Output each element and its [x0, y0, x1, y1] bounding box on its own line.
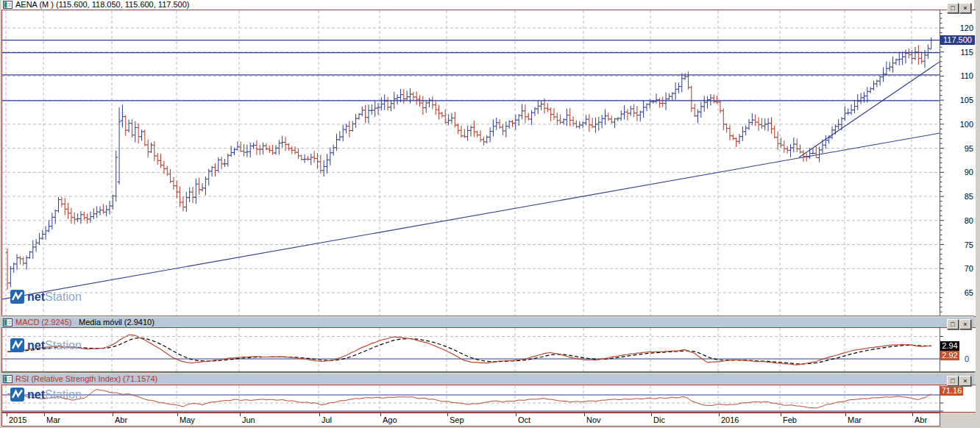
svg-text:80: 80 [965, 216, 973, 225]
svg-text:75: 75 [965, 240, 973, 249]
netstation-workspace: { "brand": {"net": "net", "station": "St… [0, 0, 980, 428]
main-chart-titlebar[interactable]: AENA (M ) (115.600, 118.050, 115.600, 11… [1, 0, 974, 10]
netstation-logo-icon [10, 290, 24, 304]
axis-corner-spacer [940, 413, 980, 428]
time-axis-label: Oct [518, 415, 530, 424]
macd-panel: netStation 2.94 2.92 0 [1, 327, 976, 372]
macd-line [7, 335, 931, 365]
time-axis-label: Mar [46, 415, 60, 424]
svg-text:85: 85 [965, 192, 973, 201]
macd-signal-badge: 2.94 [940, 341, 959, 351]
netstation-logo: netStation [10, 388, 82, 402]
time-axis-tick [719, 413, 720, 416]
logo-text-net: net [27, 339, 45, 352]
time-axis-tick [584, 413, 585, 416]
macd-value-badge: 2.92 [940, 351, 959, 360]
time-axis-label: 2015 [9, 415, 26, 424]
svg-text:110: 110 [960, 71, 973, 80]
svg-text:70: 70 [965, 264, 973, 273]
time-axis-tick [447, 413, 448, 416]
macd-zero-label: 0 [965, 354, 969, 363]
logo-text-net: net [27, 290, 45, 304]
close-button-rsi[interactable]: × [959, 376, 971, 386]
macd-title: MACD (2.9245)-Media móvil (2.9410) [15, 318, 155, 327]
macd-chart-canvas[interactable] [2, 328, 940, 371]
price-axis-ticks: 12011511010510095908580757065 [940, 10, 976, 316]
chart-window-icon [3, 1, 13, 11]
svg-text:120: 120 [960, 24, 973, 32]
rsi-axis[interactable]: 71.16 [940, 385, 976, 412]
time-axis-label: Nov [586, 415, 601, 424]
rsi-line [7, 390, 931, 408]
time-axis-tick [845, 413, 846, 416]
indicator-window-icon [3, 375, 13, 385]
svg-text:90: 90 [965, 168, 973, 176]
time-axis-tick [516, 413, 516, 416]
macd-axis[interactable]: 2.94 2.92 0 [940, 328, 976, 371]
macd-signal-title: Media móvil (2.9410) [79, 318, 155, 327]
svg-text:95: 95 [965, 144, 973, 153]
rsi-chart-canvas[interactable] [2, 385, 940, 412]
rsi-titlebar[interactable]: RSI (Relative Strength Index) (71.1574) [1, 374, 974, 384]
maximize-button-macd[interactable]: □ [947, 319, 959, 329]
time-axis-tick [651, 413, 652, 416]
close-button-macd[interactable]: × [959, 319, 971, 329]
macd-titlebar[interactable]: MACD (2.9245)-Media móvil (2.9410) [1, 318, 974, 327]
netstation-logo-icon [10, 338, 24, 352]
indicator-window-icon [3, 318, 13, 329]
netstation-logo: netStation [10, 338, 82, 352]
logo-text-net: net [27, 388, 45, 402]
logo-text-station: Station [45, 339, 82, 352]
logo-text-station: Station [45, 388, 82, 402]
time-axis-label: Jul [322, 415, 332, 424]
time-axis-tick [240, 413, 241, 416]
time-axis-tick [177, 413, 178, 416]
close-button-main[interactable]: × [959, 3, 971, 13]
time-axis-tick [319, 413, 320, 416]
time-axis-label: Jun [242, 415, 255, 424]
rsi-value-badge: 71.16 [940, 386, 963, 396]
rsi-title: RSI (Relative Strength Index) (71.1574) [15, 374, 157, 384]
netstation-logo: netStation [10, 290, 82, 304]
svg-text:105: 105 [960, 96, 973, 104]
svg-text:115: 115 [960, 48, 973, 57]
time-axis-label: Dic [653, 415, 665, 424]
svg-text:100: 100 [960, 120, 973, 129]
rsi-panel: netStation 71.16 [1, 385, 976, 413]
maximize-button-main[interactable]: □ [947, 3, 959, 13]
time-axis-label: Mar [848, 415, 862, 424]
time-axis-tick [113, 413, 113, 416]
price-axis[interactable]: 12011511010510095908580757065 117.500 [940, 10, 976, 316]
svg-text:65: 65 [965, 288, 973, 297]
macd-title-separator: - [71, 318, 79, 327]
time-axis-label: Abr [915, 415, 927, 424]
main-chart-title: AENA (M ) (115.600, 118.050, 115.600, 11… [15, 0, 189, 10]
time-axis-label: Abr [115, 415, 127, 424]
time-axis-label: Ago [383, 415, 397, 424]
last-price-badge: 117.500 [940, 35, 975, 45]
price-chart-canvas[interactable] [2, 10, 940, 316]
time-axis-tick [7, 413, 7, 416]
macd-title-value: MACD (2.9245) [15, 318, 71, 327]
time-axis-tick [380, 413, 381, 416]
maximize-button-rsi[interactable]: □ [947, 376, 959, 386]
time-axis-label: Sep [450, 415, 464, 424]
logo-text-station: Station [45, 290, 82, 304]
time-axis-tick [912, 413, 913, 416]
time-axis[interactable]: 2015MarAbrMayJunJulAgoSepOctNovDic2016Fe… [1, 413, 940, 427]
macd-signal-line [7, 338, 931, 364]
time-axis-tick [44, 413, 45, 416]
time-axis-label: 2016 [721, 415, 739, 424]
time-axis-label: May [180, 415, 195, 424]
main-chart-panel: netStation 12011511010510095908580757065… [1, 10, 976, 317]
time-axis-label: Feb [783, 415, 797, 424]
time-axis-tick [781, 413, 781, 416]
netstation-logo-icon [10, 388, 24, 402]
